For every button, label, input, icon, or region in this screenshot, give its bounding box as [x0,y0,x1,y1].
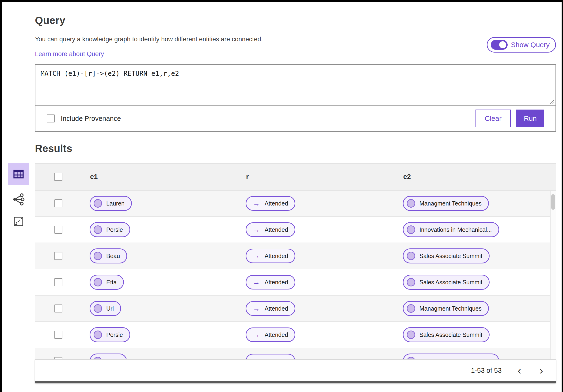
column-header-r: r [238,173,249,181]
row-checkbox[interactable] [54,252,62,260]
graph-icon [12,193,25,206]
arrow-right-icon: → [253,331,260,338]
chevron-left-icon[interactable]: ‹ [515,365,523,376]
relation-pill[interactable]: →Attended [246,222,295,237]
entity-pill[interactable]: Persie [90,222,130,237]
relation-label: Attended [265,253,288,259]
query-input[interactable]: MATCH (e1)-[r]->(e2) RETURN e1,r,e2 [35,65,555,105]
entity-node-icon [407,199,415,208]
entity-pill[interactable]: Managment Techniques [403,196,489,211]
run-button[interactable]: Run [516,110,544,127]
scrollbar-thumb[interactable] [551,194,555,210]
table-header-row: e1 r e2 [35,164,556,190]
entity-node-icon [407,252,415,260]
entity-node-icon [94,330,102,339]
entity-pill[interactable]: Uri [90,301,121,316]
results-table-viewport: e1 r e2 Lauren →Attended Managment Techn… [35,163,556,359]
show-query-toggle[interactable]: Show Query [487,37,556,52]
table-row: Larry →Attended Innovations in Mechanica… [35,348,556,359]
toggle-on-icon[interactable] [491,40,508,50]
query-panel: MATCH (e1)-[r]->(e2) RETURN e1,r,e2 Incl… [35,64,556,132]
row-checkbox[interactable] [54,199,62,207]
entity-node-icon [94,357,102,359]
entity-pill[interactable]: Sales Associate Summit [403,327,490,342]
table-row: Lauren →Attended Managment Techniques [35,190,556,217]
results-table: e1 r e2 Lauren →Attended Managment Techn… [35,163,556,383]
relation-pill[interactable]: →Attended [246,328,295,342]
vertical-scrollbar[interactable] [550,191,556,359]
query-header: Query You can query a knowledge graph to… [35,14,556,58]
entity-label: Managment Techniques [420,305,482,312]
table-view-button[interactable] [8,163,29,185]
entity-label: Uri [106,305,114,312]
entity-node-icon [407,357,415,359]
select-all-checkbox[interactable] [54,173,62,181]
entity-label: Persie [106,226,123,233]
row-checkbox[interactable] [54,226,62,234]
map-route-icon [13,215,25,228]
arrow-right-icon: → [253,305,260,312]
entity-label: Etta [106,279,116,286]
table-row: Persie →Attended Sales Associate Summit [35,322,556,348]
entity-pill[interactable]: Etta [90,275,124,290]
entity-pill[interactable]: Sales Associate Summit [403,275,490,290]
entity-node-icon [94,252,102,260]
learn-more-link[interactable]: Learn more about Query [35,51,104,58]
relation-pill[interactable]: →Attended [246,301,295,316]
pagination-range-label: 1-53 of 53 [471,367,502,374]
row-checkbox[interactable] [54,357,62,359]
entity-node-icon [94,199,102,208]
view-switcher-rail [2,163,35,383]
entity-pill[interactable]: Innovations in Mechanical... [403,222,499,237]
query-editor: MATCH (e1)-[r]->(e2) RETURN e1,r,e2 [35,65,555,106]
row-checkbox[interactable] [54,278,62,286]
entity-label: Beau [106,253,120,259]
entity-pill[interactable]: Lauren [90,196,132,211]
row-checkbox[interactable] [54,304,62,313]
include-provenance-label: Include Provenance [61,115,121,123]
entity-pill[interactable]: Persie [90,327,130,342]
entity-node-icon [407,304,415,313]
include-provenance-checkbox[interactable] [47,114,55,123]
show-query-label: Show Query [511,41,550,49]
chevron-right-icon[interactable]: › [537,365,545,376]
entity-label: Sales Associate Summit [420,331,482,338]
results-title: Results [35,143,556,154]
column-header-e2: e2 [395,173,411,181]
table-icon [13,168,25,180]
entity-pill[interactable]: Beau [90,248,127,264]
relation-label: Attended [265,279,288,286]
entity-pill[interactable]: Sales Associate Summit [403,248,490,264]
entity-node-icon [407,278,415,286]
entity-label: Persie [106,331,123,338]
map-view-button[interactable] [8,214,29,229]
entity-pill[interactable]: Larry [90,354,127,359]
arrow-right-icon: → [253,279,260,286]
entity-label: Sales Associate Summit [420,279,482,286]
graph-view-button[interactable] [8,192,29,207]
relation-pill[interactable]: →Attended [246,354,295,359]
relation-pill[interactable]: →Attended [246,275,295,290]
pagination-bar: 1-53 of 53 ‹ › [35,359,556,383]
relation-label: Attended [265,305,288,312]
entity-pill[interactable]: Innovations in Mechanical... [403,354,499,359]
entity-label: Innovations in Mechanical... [420,226,492,233]
entity-label: Managment Techniques [420,200,482,207]
relation-label: Attended [265,226,288,233]
table-row: Uri →Attended Managment Techniques [35,296,556,322]
entity-node-icon [94,226,102,234]
relation-pill[interactable]: →Attended [246,249,295,263]
page-title: Query [35,14,556,26]
clear-button[interactable]: Clear [475,110,511,127]
arrow-right-icon: → [253,253,260,259]
relation-pill[interactable]: →Attended [246,196,295,211]
resize-handle-icon[interactable] [550,99,555,104]
arrow-right-icon: → [253,200,260,207]
table-row: Persie →Attended Innovations in Mechanic… [35,217,556,243]
page-description: You can query a knowledge graph to ident… [35,36,556,43]
entity-node-icon [407,226,415,234]
query-page: Query You can query a knowledge graph to… [0,0,563,392]
relation-label: Attended [265,200,288,207]
entity-pill[interactable]: Managment Techniques [403,301,489,316]
row-checkbox[interactable] [54,331,62,339]
